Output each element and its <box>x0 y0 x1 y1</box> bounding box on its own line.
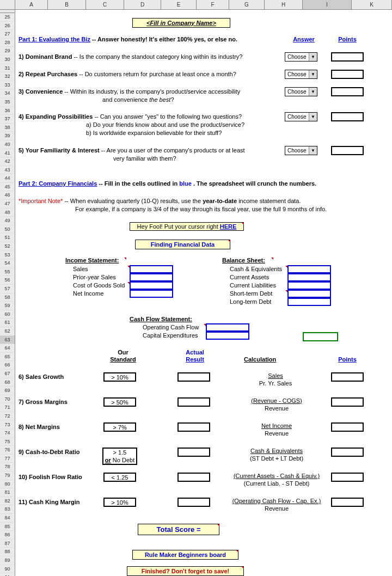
q4-b: b) Is worldwide expansion believable for… <box>86 130 222 136</box>
input-capital-expenditures[interactable] <box>206 332 249 340</box>
total-score-box: Total Score = <box>138 524 219 535</box>
q3-line2: and convenience the best? <box>102 96 174 103</box>
metric-11-std: > 10% <box>103 498 136 507</box>
input-cogs[interactable] <box>130 281 173 290</box>
metric-6-calc1: Sales <box>248 372 303 379</box>
metric-9-calc2: (ST Debt + LT Debt) <box>233 455 320 462</box>
balance-sheet-header: Balance Sheet: <box>222 257 265 264</box>
input-current-assets[interactable] <box>287 273 331 281</box>
metric-11-calc1: (Operating Cash Flow - Cap. Ex.) <box>225 498 328 504</box>
part1-link[interactable]: Part 1: Evaluating the Biz <box>19 36 90 42</box>
metric-9-std: > 1.5 or No Debt <box>102 448 137 465</box>
column-headers: A B C D E F G H I K <box>0 0 392 10</box>
metric-11-actual <box>177 498 210 507</box>
bs-ltd: Long-term Debt <box>230 298 271 305</box>
chevron-down-icon: ▼ <box>309 146 317 155</box>
chevron-down-icon: ▼ <box>309 88 317 96</box>
row-headers: 2526272829303132333435363738394041424344… <box>0 10 15 576</box>
q5-choose-dropdown[interactable]: Choose▼ <box>285 146 317 155</box>
important-note-2: For example, if a company is 3/4 of the … <box>75 206 327 212</box>
calculation-hdr: Calculation <box>244 356 276 363</box>
part2-heading: Part 2: Company Financials -- Fill in th… <box>19 180 316 187</box>
metric-10-calc1: (Current Assets - Cash & Equiv.) <box>228 473 326 479</box>
bs-std: Short-term Debt <box>230 290 272 297</box>
cf-capex: Capital Expenditures <box>143 332 198 339</box>
metric-11-calc2: Revenue <box>225 505 328 512</box>
q4: 4) Expanding Possibilities -- Can you an… <box>19 113 242 120</box>
q4-points-box <box>331 112 364 121</box>
q2-choose-dropdown[interactable]: Choose▼ <box>285 70 317 79</box>
answer-header: Answer <box>287 36 320 42</box>
income-cogs: Cost of Goods Sold <box>73 282 125 289</box>
q5: 5) Your Familiarity & Interest -- Are yo… <box>19 147 245 154</box>
metric-8-points <box>331 422 364 432</box>
points-header: Points <box>331 36 364 42</box>
result-hdr: Result <box>177 356 212 363</box>
income-prioryr: Prior-year Sales <box>73 274 116 280</box>
q2-points-box <box>331 70 364 79</box>
metric-9-actual <box>177 448 210 457</box>
metric-7-std: > 50% <box>103 397 136 407</box>
bs-cl: Current Liabilities <box>230 282 276 289</box>
finding-financial-data-box[interactable]: Finding Financial Data <box>135 240 230 249</box>
metric-10-label: 10) Foolish Flow Ratio <box>19 474 82 480</box>
input-prior-year-sales[interactable] <box>130 273 173 281</box>
input-net-income[interactable] <box>130 290 173 298</box>
q3-choose-dropdown[interactable]: Choose▼ <box>285 87 317 96</box>
metric-7-label: 7) Gross Margins <box>19 399 68 405</box>
metric-8-actual <box>177 422 210 432</box>
metric-6-calc2: Pr. Yr. Sales <box>248 380 303 387</box>
income-statement-header: Income Statement: <box>65 257 119 264</box>
metric-7-calc2: Revenue <box>233 405 320 412</box>
input-short-term-debt[interactable] <box>287 290 331 298</box>
q1: 1) Dominant Brand -- Is the company the … <box>19 53 242 60</box>
q3: 3) Convenience -- Within its industry, i… <box>19 88 240 95</box>
input-current-liab[interactable] <box>287 281 331 290</box>
selected-cell[interactable] <box>303 332 338 341</box>
hey-fool-box[interactable]: Hey Fool! Put your cursor right HERE <box>130 222 244 231</box>
metric-7-points <box>331 397 364 407</box>
metric-6-points <box>331 372 364 382</box>
cf-ocf: Operating Cash Flow <box>143 324 199 330</box>
chevron-down-icon: ▼ <box>309 70 317 78</box>
income-sales: Sales <box>73 266 88 272</box>
metric-9-label: 9) Cash-to-Debt Ratio <box>19 449 79 455</box>
points-hdr2: Points <box>331 356 364 363</box>
metric-6-actual <box>177 372 210 382</box>
metric-10-std: < 1.25 <box>103 473 136 482</box>
metric-8-std: > 7% <box>103 422 136 432</box>
input-cash-equiv[interactable] <box>287 265 331 273</box>
input-long-term-debt[interactable] <box>287 298 331 306</box>
metric-6-std: > 10% <box>103 372 136 382</box>
bs-ca: Current Assets <box>230 274 269 280</box>
q4-a: a) Do your friends know about and use th… <box>86 121 244 128</box>
part1-heading-line: Part 1: Evaluating the Biz -- Answer hon… <box>19 36 237 42</box>
finished-save-box[interactable]: Finished? Don't forget to save! <box>127 566 244 576</box>
input-sales[interactable] <box>130 265 173 273</box>
bs-cash: Cash & Equivalents <box>230 266 282 272</box>
q4-choose-dropdown[interactable]: Choose▼ <box>285 112 317 121</box>
input-operating-cash-flow[interactable] <box>206 323 249 332</box>
q5-line2: very familiar with them? <box>113 155 176 162</box>
metric-8-calc2: Revenue <box>233 430 320 437</box>
company-name-title[interactable]: <Fill in Company Name> <box>132 18 230 28</box>
q1-choose-dropdown[interactable]: Choose▼ <box>285 52 317 62</box>
q2: 2) Repeat Purchases -- Do customers retu… <box>19 71 236 77</box>
rule-maker-link[interactable]: Rule Maker Beginners board <box>132 550 238 560</box>
cash-flow-header: Cash Flow Statement: <box>130 316 192 322</box>
metric-7-calc1: (Revenue - COGS) <box>233 397 320 404</box>
our-hdr: Our <box>107 349 139 356</box>
metric-9-calc1: Cash & Equivalents <box>233 448 320 454</box>
actual-hdr: Actual <box>179 349 211 356</box>
part2-link[interactable]: Part 2: Company Financials <box>19 180 97 187</box>
income-net: Net Income <box>73 290 103 297</box>
metric-10-points <box>331 473 364 482</box>
metric-10-actual <box>177 473 210 482</box>
standard-hdr: Standard <box>101 356 145 363</box>
metric-11-label: 11) Cash King Margin <box>19 499 79 505</box>
metric-8-label: 8) Net Margins <box>19 424 60 430</box>
chevron-down-icon: ▼ <box>309 53 317 61</box>
chevron-down-icon: ▼ <box>309 113 317 121</box>
metric-9-points <box>331 448 364 457</box>
important-note: *Important Note* -- When evaluating quar… <box>19 198 301 204</box>
